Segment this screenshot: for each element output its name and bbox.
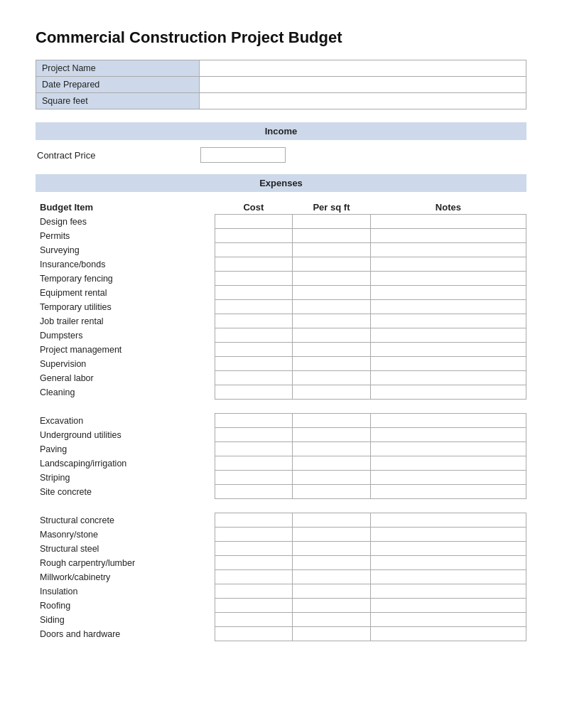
cost-cell[interactable] <box>215 243 293 257</box>
persqft-cell[interactable] <box>293 328 371 343</box>
cost-cell[interactable] <box>215 257 293 272</box>
notes-cell[interactable] <box>370 343 526 357</box>
persqft-cell[interactable] <box>293 627 371 641</box>
persqft-cell[interactable] <box>293 556 371 570</box>
persqft-cell[interactable] <box>293 343 371 357</box>
cost-cell[interactable] <box>215 556 293 570</box>
persqft-cell[interactable] <box>293 272 371 286</box>
budget-item-label: Rough carpentry/lumber <box>36 556 215 570</box>
notes-cell[interactable] <box>370 599 526 613</box>
persqft-cell[interactable] <box>293 485 371 499</box>
cost-cell[interactable] <box>215 414 293 428</box>
notes-cell[interactable] <box>370 272 526 286</box>
notes-cell[interactable] <box>370 328 526 343</box>
persqft-cell[interactable] <box>293 300 371 314</box>
table-row: Permits <box>36 229 526 243</box>
budget-item-label: Doors and hardware <box>36 627 215 641</box>
cost-cell[interactable] <box>215 314 293 328</box>
notes-cell[interactable] <box>370 528 526 542</box>
notes-cell[interactable] <box>370 385 526 400</box>
cost-cell[interactable] <box>215 599 293 613</box>
cost-cell[interactable] <box>215 471 293 485</box>
notes-cell[interactable] <box>370 428 526 442</box>
notes-cell[interactable] <box>370 556 526 570</box>
persqft-cell[interactable] <box>293 584 371 599</box>
notes-cell[interactable] <box>370 371 526 385</box>
notes-cell[interactable] <box>370 627 526 641</box>
table-row: Striping <box>36 471 526 485</box>
persqft-cell[interactable] <box>293 428 371 442</box>
cost-cell[interactable] <box>215 272 293 286</box>
notes-cell[interactable] <box>370 300 526 314</box>
cost-cell[interactable] <box>215 584 293 599</box>
notes-cell[interactable] <box>370 570 526 584</box>
persqft-cell[interactable] <box>293 257 371 272</box>
budget-item-label: Permits <box>36 229 215 243</box>
persqft-cell[interactable] <box>293 243 371 257</box>
cost-cell[interactable] <box>215 570 293 584</box>
notes-cell[interactable] <box>370 485 526 499</box>
persqft-cell[interactable] <box>293 513 371 528</box>
persqft-cell[interactable] <box>293 599 371 613</box>
persqft-cell[interactable] <box>293 542 371 556</box>
persqft-cell[interactable] <box>293 528 371 542</box>
persqft-cell[interactable] <box>293 570 371 584</box>
cost-cell[interactable] <box>215 300 293 314</box>
notes-cell[interactable] <box>370 542 526 556</box>
budget-item-label: Job trailer rental <box>36 314 215 328</box>
notes-cell[interactable] <box>370 471 526 485</box>
cost-cell[interactable] <box>215 286 293 300</box>
cost-cell[interactable] <box>215 328 293 343</box>
notes-cell[interactable] <box>370 613 526 627</box>
cost-cell[interactable] <box>215 428 293 442</box>
cost-cell[interactable] <box>215 385 293 400</box>
notes-cell[interactable] <box>370 357 526 371</box>
persqft-cell[interactable] <box>293 286 371 300</box>
cost-cell[interactable] <box>215 229 293 243</box>
cost-cell[interactable] <box>215 513 293 528</box>
cost-cell[interactable] <box>215 613 293 627</box>
budget-item-label: Temporary utilities <box>36 300 215 314</box>
info-value[interactable] <box>200 60 526 77</box>
persqft-cell[interactable] <box>293 229 371 243</box>
cost-cell[interactable] <box>215 627 293 641</box>
table-row: Site concrete <box>36 485 526 499</box>
table-row: Structural steel <box>36 542 526 556</box>
cost-cell[interactable] <box>215 215 293 229</box>
persqft-cell[interactable] <box>293 442 371 456</box>
cost-cell[interactable] <box>215 528 293 542</box>
persqft-cell[interactable] <box>293 215 371 229</box>
notes-cell[interactable] <box>370 215 526 229</box>
notes-cell[interactable] <box>370 243 526 257</box>
table-row: Siding <box>36 613 526 627</box>
persqft-cell[interactable] <box>293 414 371 428</box>
cost-cell[interactable] <box>215 485 293 499</box>
info-value[interactable] <box>200 93 526 109</box>
notes-cell[interactable] <box>370 513 526 528</box>
persqft-cell[interactable] <box>293 471 371 485</box>
notes-cell[interactable] <box>370 229 526 243</box>
cost-cell[interactable] <box>215 442 293 456</box>
cost-cell[interactable] <box>215 343 293 357</box>
cost-cell[interactable] <box>215 456 293 471</box>
table-row: Surveying <box>36 243 526 257</box>
budget-item-label: Temporary fencing <box>36 272 215 286</box>
cost-cell[interactable] <box>215 357 293 371</box>
notes-cell[interactable] <box>370 414 526 428</box>
persqft-cell[interactable] <box>293 456 371 471</box>
cost-cell[interactable] <box>215 371 293 385</box>
notes-cell[interactable] <box>370 257 526 272</box>
persqft-cell[interactable] <box>293 371 371 385</box>
notes-cell[interactable] <box>370 286 526 300</box>
notes-cell[interactable] <box>370 442 526 456</box>
persqft-cell[interactable] <box>293 385 371 400</box>
notes-cell[interactable] <box>370 456 526 471</box>
notes-cell[interactable] <box>370 584 526 599</box>
info-value[interactable] <box>200 77 526 93</box>
persqft-cell[interactable] <box>293 357 371 371</box>
persqft-cell[interactable] <box>293 314 371 328</box>
notes-cell[interactable] <box>370 314 526 328</box>
persqft-cell[interactable] <box>293 613 371 627</box>
cost-cell[interactable] <box>215 542 293 556</box>
contract-price-input[interactable] <box>200 147 286 163</box>
